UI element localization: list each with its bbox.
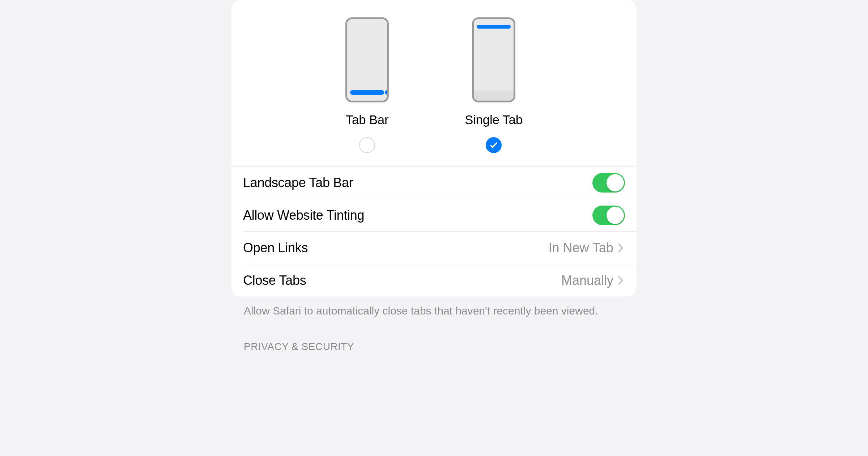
setting-label: Open Links [243, 240, 308, 256]
layout-option-label: Tab Bar [346, 113, 389, 127]
setting-value: In New Tab [549, 240, 613, 256]
setting-label: Landscape Tab Bar [243, 175, 353, 190]
setting-label: Allow Website Tinting [243, 208, 364, 223]
chevron-right-icon [616, 276, 625, 285]
layout-option-tab-bar[interactable]: Tab Bar [345, 17, 389, 153]
section-header-privacy-security: PRIVACY & SECURITY [231, 318, 637, 352]
phone-preview-single-tab-icon [472, 17, 515, 102]
tab-layout-selector: Tab Bar Single Tab [231, 0, 637, 166]
phone-preview-tab-bar-icon [345, 17, 389, 102]
setting-row-allow-website-tinting: Allow Website Tinting [243, 199, 637, 231]
tabs-settings-card: Tab Bar Single Tab [231, 0, 637, 296]
layout-option-label: Single Tab [465, 113, 523, 127]
setting-row-close-tabs[interactable]: Close Tabs Manually [243, 264, 637, 296]
radio-unchecked-icon[interactable] [359, 137, 375, 153]
layout-option-single-tab[interactable]: Single Tab [465, 17, 523, 153]
toggle-landscape-tab-bar[interactable] [592, 173, 625, 193]
close-tabs-footer-note: Allow Safari to automatically close tabs… [231, 296, 637, 318]
radio-checked-icon[interactable] [486, 137, 502, 153]
setting-label: Close Tabs [243, 273, 306, 288]
setting-value: Manually [561, 273, 613, 288]
setting-row-open-links[interactable]: Open Links In New Tab [243, 231, 637, 264]
setting-row-landscape-tab-bar: Landscape Tab Bar [231, 166, 637, 199]
chevron-right-icon [616, 244, 625, 252]
toggle-allow-website-tinting[interactable] [592, 206, 625, 225]
